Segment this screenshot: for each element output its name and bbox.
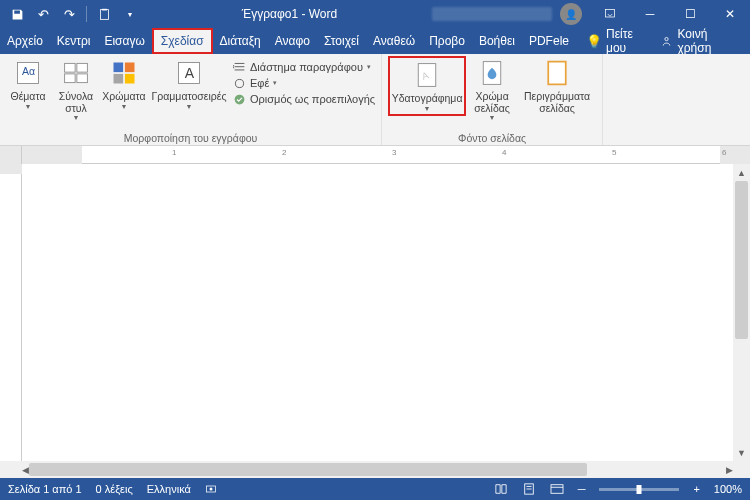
share-button[interactable]: Κοινή χρήση (660, 27, 740, 55)
formatting-small-buttons: Διάστημα παραγράφου ▾ Εφέ ▾ Ορισμός ως π… (232, 56, 375, 106)
svg-rect-0 (100, 9, 108, 19)
minimize-button[interactable]: ─ (630, 0, 670, 28)
svg-rect-11 (125, 63, 135, 73)
redo-icon[interactable]: ↷ (58, 3, 80, 25)
ruler-vertical[interactable] (0, 164, 22, 461)
tab-home[interactable]: Κεντρι (50, 28, 98, 54)
qat-dropdown-icon[interactable]: ▾ (119, 3, 141, 25)
account-name-blur (432, 7, 552, 21)
svg-rect-21 (548, 62, 566, 85)
tab-elements[interactable]: Στοιχεί (317, 28, 366, 54)
read-mode-icon[interactable] (494, 483, 508, 495)
tab-file[interactable]: Αρχείο (0, 28, 50, 54)
tell-me-search[interactable]: 💡 Πείτε μου (586, 27, 652, 55)
fonts-icon: A (174, 58, 204, 88)
ruler-tick: 6 (722, 148, 726, 157)
paragraph-spacing-button[interactable]: Διάστημα παραγράφου ▾ (232, 60, 375, 74)
fonts-label: Γραμματοσειρές (151, 91, 226, 103)
title-bar: ↶ ↷ ▾ Έγγραφο1 - Word 👤 ─ ☐ ✕ (0, 0, 750, 28)
quick-access-toolbar: ↶ ↷ ▾ (0, 3, 147, 25)
ribbon-group-page-background: A Υδατογράφημα ▼ Χρώμα σελίδας ▼ Περιγρά… (382, 54, 603, 145)
save-icon[interactable] (6, 3, 28, 25)
lightbulb-icon: 💡 (586, 34, 602, 49)
zoom-out-button[interactable]: ─ (578, 483, 586, 495)
ruler-corner (0, 146, 22, 164)
tab-pdfelement[interactable]: PDFele (522, 28, 576, 54)
ruler-horizontal[interactable]: 1 2 3 4 5 6 (0, 146, 750, 164)
scroll-down-icon[interactable]: ▼ (733, 444, 750, 461)
svg-rect-10 (114, 63, 124, 73)
ruler-tick: 4 (502, 148, 506, 157)
colors-label: Χρώματα (102, 91, 145, 103)
document-canvas[interactable] (22, 164, 733, 461)
undo-icon[interactable]: ↶ (32, 3, 54, 25)
svg-text:Aα: Aα (22, 65, 35, 77)
tab-review[interactable]: Αναθεώ (366, 28, 422, 54)
svg-text:A: A (185, 65, 195, 81)
clipboard-icon[interactable] (93, 3, 115, 25)
web-layout-icon[interactable] (550, 483, 564, 495)
tab-insert[interactable]: Εισαγω (97, 28, 151, 54)
svg-rect-8 (65, 74, 76, 83)
group-label-formatting: Μορφοποίηση του εγγράφου (6, 131, 375, 144)
page-color-button[interactable]: Χρώμα σελίδας ▼ (470, 56, 514, 124)
vertical-scrollbar[interactable]: ▲ ▼ (733, 164, 750, 461)
svg-point-16 (235, 79, 243, 87)
zoom-slider[interactable] (599, 488, 679, 491)
colors-button[interactable]: Χρώματα ▼ (102, 56, 146, 112)
document-area: ▲ ▼ (0, 164, 750, 461)
scroll-right-icon[interactable]: ▶ (726, 461, 733, 478)
svg-rect-9 (77, 74, 88, 83)
status-bar: Σελίδα 1 από 1 0 λέξεις Ελληνικά ─ + 100… (0, 478, 750, 500)
page-indicator[interactable]: Σελίδα 1 από 1 (8, 483, 82, 495)
svg-point-3 (665, 37, 668, 40)
svg-rect-12 (114, 74, 124, 84)
maximize-button[interactable]: ☐ (670, 0, 710, 28)
scroll-up-icon[interactable]: ▲ (733, 164, 750, 181)
watermark-button[interactable]: A Υδατογράφημα ▼ (388, 56, 466, 116)
macro-record-icon[interactable] (205, 483, 217, 495)
scroll-left-icon[interactable]: ◀ (22, 461, 29, 478)
ruler-tick: 2 (282, 148, 286, 157)
zoom-in-button[interactable]: + (693, 483, 699, 495)
chevron-down-icon: ▼ (121, 103, 128, 111)
effects-label: Εφέ (250, 77, 269, 89)
page-borders-label: Περιγράμματα σελίδας (519, 91, 595, 114)
tab-design[interactable]: Σχεδίασ (152, 28, 213, 54)
chevron-down-icon: ▼ (186, 103, 193, 111)
print-layout-icon[interactable] (522, 483, 536, 495)
fonts-button[interactable]: A Γραμματοσειρές ▼ (150, 56, 228, 112)
style-sets-button[interactable]: Σύνολα στυλ ▼ (54, 56, 98, 124)
tab-layout[interactable]: Διάταξη (213, 28, 268, 54)
tab-view[interactable]: Προβο (422, 28, 472, 54)
themes-button[interactable]: Aα Θέματα ▼ (6, 56, 50, 112)
paragraph-spacing-icon (232, 60, 246, 74)
page-borders-icon (542, 58, 572, 88)
scroll-thumb[interactable] (735, 181, 748, 339)
tab-references[interactable]: Αναφο (268, 28, 317, 54)
chevron-down-icon: ▾ (273, 79, 277, 87)
language-indicator[interactable]: Ελληνικά (147, 483, 191, 495)
style-sets-icon (61, 58, 91, 88)
svg-rect-7 (77, 63, 88, 72)
word-count[interactable]: 0 λέξεις (96, 483, 133, 495)
effects-button[interactable]: Εφέ ▾ (232, 76, 375, 90)
scroll-thumb[interactable] (29, 463, 587, 476)
ribbon-options-icon[interactable] (590, 0, 630, 28)
chevron-down-icon: ▾ (367, 63, 371, 71)
themes-icon: Aα (13, 58, 43, 88)
zoom-level[interactable]: 100% (714, 483, 742, 495)
tell-me-label: Πείτε μου (606, 27, 652, 55)
page-borders-button[interactable]: Περιγράμματα σελίδας (518, 56, 596, 116)
horizontal-scrollbar[interactable]: ◀ ▶ (0, 461, 750, 478)
checkmark-icon (232, 92, 246, 106)
user-avatar[interactable]: 👤 (560, 3, 582, 25)
paragraph-spacing-label: Διάστημα παραγράφου (250, 61, 363, 73)
set-as-default-button[interactable]: Ορισμός ως προεπιλογής (232, 92, 375, 106)
window-title: Έγγραφο1 - Word (147, 7, 432, 21)
page-color-label: Χρώμα σελίδας (471, 91, 513, 114)
tab-help[interactable]: Βοήθει (472, 28, 522, 54)
chevron-down-icon: ▼ (25, 103, 32, 111)
close-button[interactable]: ✕ (710, 0, 750, 28)
share-label: Κοινή χρήση (677, 27, 740, 55)
